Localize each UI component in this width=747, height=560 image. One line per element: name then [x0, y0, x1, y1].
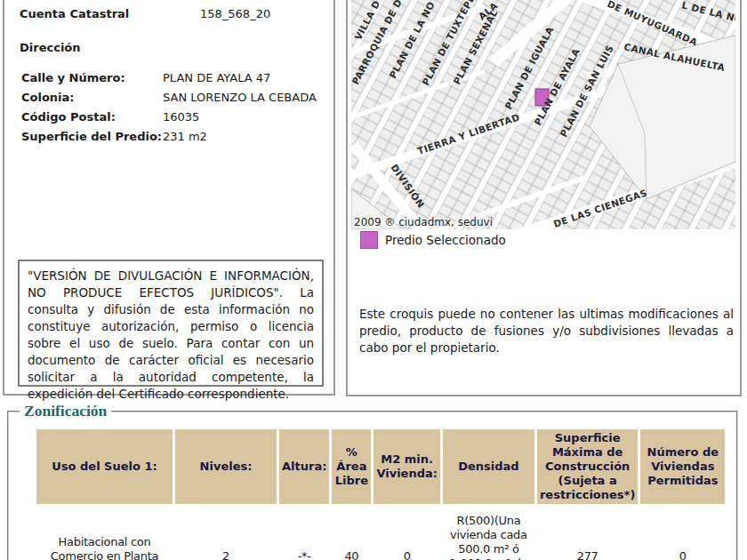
zoning-legend: Zonificación [20, 402, 111, 420]
header-m2-min: M2 min. Vivienda: [374, 429, 440, 504]
map-attribution: 2009 ® ciudadmx, seduvi [354, 216, 493, 228]
cell-superficie-max: 277 [537, 507, 638, 560]
map-canvas[interactable]: VILLA D PARROQUIA DE D PLAN DE LA NO PLA… [351, 0, 735, 229]
croquis-note: Este croquis puede no contener las ultim… [359, 306, 734, 356]
colonia-value: SAN LORENZO LA CEBADA [163, 91, 317, 104]
property-info-panel: Cuenta Catastral 158_568_20 Dirección Ca… [3, 0, 335, 396]
cell-area-libre: 40 [332, 507, 371, 560]
cell-num-viviendas: 0 [640, 507, 725, 560]
header-niveles: Niveles: [175, 429, 277, 504]
street-number-value: PLAN DE AYALA 47 [163, 71, 270, 84]
legend-label: Predio Seleccionado [385, 233, 506, 247]
header-superficie-max: Superficie Máxima de Construcción (Sujet… [537, 429, 638, 504]
postal-code-value: 16035 [163, 110, 199, 124]
cell-altura: -*- [279, 507, 329, 560]
header-area-libre: % Área Libre [332, 429, 371, 504]
street-number-label: Calle y Número: [21, 71, 125, 84]
map-panel: VILLA D PARROQUIA DE D PLAN DE LA NO PLA… [346, 0, 742, 396]
header-altura: Altura: [279, 429, 329, 504]
selected-parcel-swatch [360, 231, 378, 249]
cell-m2-min: 0 [374, 507, 440, 560]
cadastral-page: Cuenta Catastral 158_568_20 Dirección Ca… [0, 0, 747, 560]
lot-area-value: 231 m2 [163, 130, 207, 143]
header-densidad: Densidad [443, 429, 534, 504]
header-num-viviendas: Número de Viviendas Permitidas [640, 429, 725, 504]
cell-densidad: R(500)(Una vivienda cada 500.0 m² ó 1,00… [443, 507, 534, 560]
colonia-label: Colonia: [21, 91, 75, 104]
postal-code-label: Código Postal: [21, 110, 116, 124]
zoning-fieldset: Zonificación Uso del Suelo 1: Niveles: A… [7, 411, 738, 560]
header-uso-del-suelo: Uso del Suelo 1: [36, 429, 173, 504]
address-heading: Dirección [20, 41, 81, 54]
zoning-table: Uso del Suelo 1: Niveles: Altura: % Área… [34, 427, 727, 560]
legal-disclaimer-box: "VERSIÓN DE DIVULGACIÓN E INFORMACIÓN, N… [18, 260, 324, 387]
account-label: Cuenta Catastral [20, 7, 129, 20]
cell-uso-del-suelo: Habitacional con Comercio en Planta Baja [36, 507, 173, 560]
zoning-data-row: Habitacional con Comercio en Planta Baja… [36, 507, 725, 560]
lot-area-label: Superficie del Predio: [21, 130, 162, 143]
account-value: 158_568_20 [200, 7, 270, 20]
zoning-header-row: Uso del Suelo 1: Niveles: Altura: % Área… [36, 429, 725, 504]
street-map: VILLA D PARROQUIA DE D PLAN DE LA NO PLA… [351, 0, 735, 229]
cell-niveles: 2 [175, 507, 277, 560]
legal-disclaimer-text: "VERSIÓN DE DIVULGACIÓN E INFORMACIÓN, N… [28, 268, 314, 401]
